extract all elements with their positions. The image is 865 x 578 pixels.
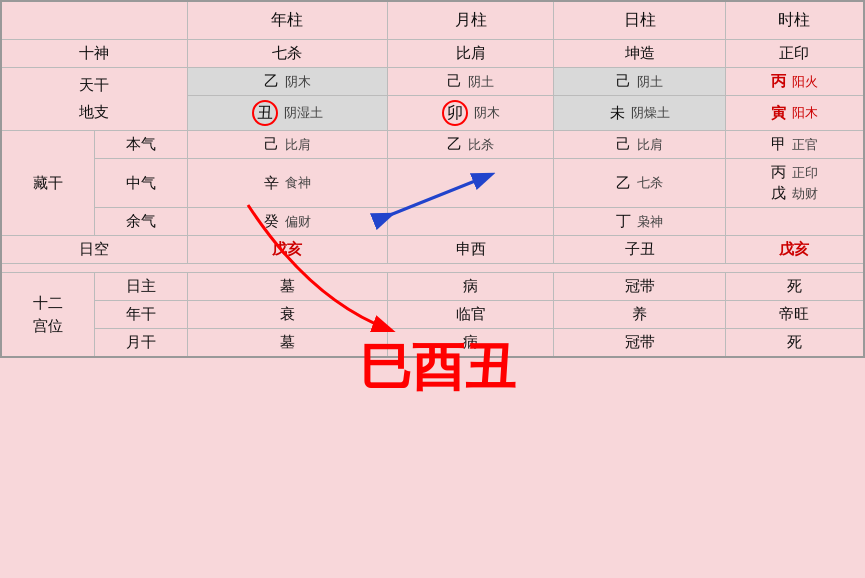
shier-sub3: 月干 [95, 329, 187, 358]
shier-sub2: 年干 [95, 301, 187, 329]
shier-yue1: 病 [388, 273, 554, 301]
ri-dz-pair: 未 阴燥土 [556, 104, 723, 123]
zq-nian: 辛 食神 [187, 159, 388, 208]
bq-yue-sub: 比杀 [468, 136, 494, 154]
shi-dz-char: 寅 [771, 104, 786, 123]
nian-dz-pair: 丑 阴湿土 [190, 100, 386, 126]
shier-nian3: 墓 [187, 329, 388, 358]
shier-row3: 月干 墓 病 冠带 死 [1, 329, 864, 358]
shier-sub1: 日主 [95, 273, 187, 301]
header-yue: 月柱 [388, 1, 554, 40]
yue-tiangan-cell: 己 阴土 [388, 68, 554, 96]
zhongqi-label: 中气 [95, 159, 187, 208]
tiandi-label: 天干 地支 [1, 68, 187, 131]
shier-ri1: 冠带 [554, 273, 726, 301]
yq-nian: 癸 偏财 [187, 208, 388, 236]
zq-shi: 丙 正印 戊 劫财 [725, 159, 864, 208]
nian-tg-char: 乙 [264, 72, 279, 91]
ri-tiangan-cell: 己 阴土 [554, 68, 726, 96]
bq-ri: 己 比肩 [554, 131, 726, 159]
zq-shi-char2: 戊 [771, 184, 786, 203]
bq-shi-pair: 甲 正官 [728, 135, 861, 154]
zq-yue [388, 159, 554, 208]
shier-label: 十二 宫位 [1, 273, 95, 358]
shi-dz-sub: 阳木 [792, 104, 818, 122]
kw-shi-val: 戊亥 [779, 241, 809, 257]
yq-nian-pair: 癸 偏财 [190, 212, 386, 231]
bq-shi: 甲 正官 [725, 131, 864, 159]
shen-ri: 坤造 [554, 40, 726, 68]
yq-shi [725, 208, 864, 236]
zq-shi-pair2: 戊 劫财 [771, 184, 818, 203]
kw-nian: 戊亥 [187, 236, 388, 264]
bq-yue-pair: 乙 比杀 [390, 135, 551, 154]
kongwang-row: 日空 戊亥 申西 子丑 戊亥 [1, 236, 864, 264]
zq-ri-sub: 七杀 [637, 174, 663, 192]
nian-tg-sub: 阴木 [285, 73, 311, 91]
yue-dz-sub: 阴木 [474, 104, 500, 122]
zanggan-label: 藏干 [1, 131, 95, 236]
bq-shi-char: 甲 [771, 135, 786, 154]
ri-tg-sub: 阴土 [637, 73, 663, 91]
yue-dz-char: 卯 [442, 100, 468, 126]
nian-tg-pair: 乙 阴木 [190, 72, 386, 91]
yuqi-label: 余气 [95, 208, 187, 236]
ri-dizhi-cell: 未 阴燥土 [554, 96, 726, 131]
shier-nian2: 衰 [187, 301, 388, 329]
shier-ri3: 冠带 [554, 329, 726, 358]
shier-row2: 年干 衰 临官 养 帝旺 [1, 301, 864, 329]
nian-dizhi-cell: 丑 阴湿土 [187, 96, 388, 131]
yq-nian-char: 癸 [264, 212, 279, 231]
bazi-table: 年柱 月柱 日柱 时柱 十神 七杀 比肩 坤造 正印 天干 地支 乙 阴木 [0, 0, 865, 358]
shi-dizhi-cell: 寅 阳木 [725, 96, 864, 131]
header-ri: 日柱 [554, 1, 726, 40]
yq-ri-sub: 枭神 [637, 213, 663, 231]
shier-ri2: 养 [554, 301, 726, 329]
shi-tg-char: 丙 [771, 72, 786, 91]
yq-nian-sub: 偏财 [285, 213, 311, 231]
shier-nian1: 墓 [187, 273, 388, 301]
zq-ri-pair: 乙 七杀 [556, 174, 723, 193]
kw-ri: 子丑 [554, 236, 726, 264]
bq-ri-char: 己 [616, 135, 631, 154]
kongwang-label: 日空 [1, 236, 187, 264]
ri-tg-char: 己 [616, 72, 631, 91]
ri-dz-sub: 阴燥土 [631, 104, 670, 122]
bq-shi-sub: 正官 [792, 136, 818, 154]
bq-nian-pair: 己 比肩 [190, 135, 386, 154]
kw-yue-val: 申西 [456, 241, 486, 257]
shen-yue: 比肩 [388, 40, 554, 68]
zq-nian-pair: 辛 食神 [190, 174, 386, 193]
zq-ri-char: 乙 [616, 174, 631, 193]
bq-yue: 乙 比杀 [388, 131, 554, 159]
main-wrapper: 年柱 月柱 日柱 时柱 十神 七杀 比肩 坤造 正印 天干 地支 乙 阴木 [0, 0, 865, 358]
spacer-row [1, 264, 864, 273]
shen-nian: 七杀 [187, 40, 388, 68]
zq-shi-sub1: 正印 [792, 164, 818, 182]
yue-dz-pair: 卯 阴木 [390, 100, 551, 126]
yq-yue [388, 208, 554, 236]
tiangan-row: 天干 地支 乙 阴木 己 阴土 己 阴土 [1, 68, 864, 96]
bq-nian-char: 己 [264, 135, 279, 154]
zq-shi-sub2: 劫财 [792, 185, 818, 203]
header-row: 年柱 月柱 日柱 时柱 [1, 1, 864, 40]
yue-tg-char: 己 [447, 72, 462, 91]
ri-tg-pair: 己 阴土 [556, 72, 723, 91]
shier-row1: 十二 宫位 日主 墓 病 冠带 死 [1, 273, 864, 301]
bq-nian: 己 比肩 [187, 131, 388, 159]
benqi-label: 本气 [95, 131, 187, 159]
header-empty-1 [1, 1, 187, 40]
nian-tiangan-cell: 乙 阴木 [187, 68, 388, 96]
shier-yue2: 临官 [388, 301, 554, 329]
zq-shi-char1: 丙 [771, 163, 786, 182]
kw-ri-val: 子丑 [625, 241, 655, 257]
yue-tg-sub: 阴土 [468, 73, 494, 91]
nian-dz-sub: 阴湿土 [284, 104, 323, 122]
shier-shi3: 死 [725, 329, 864, 358]
shen-shi: 正印 [725, 40, 864, 68]
yq-ri-pair: 丁 枭神 [556, 212, 723, 231]
shi-tg-sub: 阳火 [792, 73, 818, 91]
shi-tiangan-cell: 丙 阳火 [725, 68, 864, 96]
yuqi-row: 余气 癸 偏财 丁 枭神 [1, 208, 864, 236]
yue-tg-pair: 己 阴土 [390, 72, 551, 91]
